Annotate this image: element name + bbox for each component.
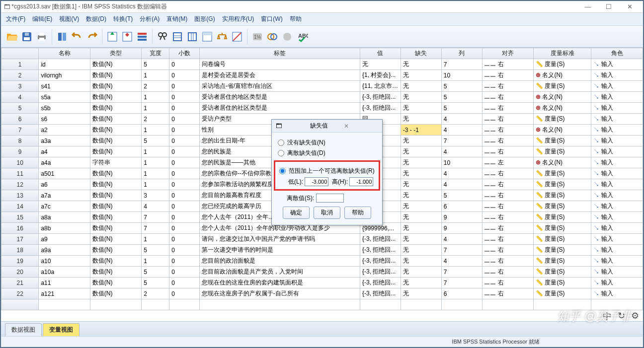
col-header-5[interactable]: 值 (360, 48, 401, 59)
cell-measure[interactable]: ⊛ 名义(N) (534, 103, 591, 114)
cell-name[interactable]: a4 (39, 146, 90, 157)
cell-name[interactable]: a4a (39, 157, 90, 168)
row-number[interactable]: 5 (1, 103, 39, 114)
cell-align[interactable]: 右 (482, 234, 533, 245)
cell-type[interactable]: 数值(N) (90, 278, 141, 288)
cell-measure[interactable]: 📏 度量(S) (534, 223, 591, 234)
cell-measure[interactable]: 📏 度量(S) (534, 190, 591, 201)
cell-type[interactable]: 数值(N) (90, 114, 141, 125)
maximize-button[interactable]: ☐ (598, 2, 619, 12)
cell-width[interactable]: 5 (142, 267, 169, 278)
col-header-2[interactable]: 宽度 (142, 48, 169, 59)
cell-missing[interactable]: 无 (401, 201, 441, 212)
row-number[interactable]: 7 (1, 125, 39, 136)
cell-values[interactable]: {-3, 拒绝回... (360, 245, 401, 256)
menu-item-7[interactable]: 图形(G) (191, 14, 218, 24)
cell-decimals[interactable]: 0 (169, 256, 199, 267)
cell-type[interactable]: 数值(N) (90, 81, 141, 92)
find-icon[interactable] (156, 29, 169, 44)
print-icon[interactable] (35, 29, 49, 44)
cell-missing[interactable]: 无 (401, 256, 441, 267)
cell-measure[interactable]: 📏 度量(S) (534, 81, 591, 92)
cell-decimals[interactable]: 0 (169, 70, 199, 81)
cell-columns[interactable]: 4 (441, 146, 482, 157)
col-header-4[interactable]: 标签 (199, 48, 360, 59)
cell-measure[interactable]: 📏 度量(S) (534, 212, 591, 223)
cell-columns[interactable]: 10 (441, 70, 482, 81)
menu-item-6[interactable]: 直销(M) (163, 14, 190, 24)
menu-item-4[interactable]: 转换(T) (110, 14, 136, 24)
cell-align[interactable]: 右 (482, 256, 533, 267)
cell-measure[interactable]: 📏 度量(S) (534, 234, 591, 245)
cell-missing[interactable]: -3 - -1 (401, 125, 441, 136)
tab-data-view[interactable]: 数据视图 (5, 323, 42, 336)
cell-align[interactable]: 右 (482, 70, 533, 81)
high-input[interactable] (349, 177, 373, 186)
cell-missing[interactable]: 无 (401, 157, 441, 168)
cell-values[interactable]: {1, 村委会}... (360, 70, 401, 81)
cell-type[interactable]: 数值(N) (90, 59, 141, 70)
cell-type[interactable]: 数值(N) (90, 234, 141, 245)
cell-columns[interactable]: 7 (441, 278, 482, 288)
menu-item-9[interactable]: 窗口(W) (258, 14, 285, 24)
cell-width[interactable]: 4 (142, 201, 169, 212)
row-number[interactable]: 13 (1, 190, 39, 201)
cell-columns[interactable]: 9 (441, 212, 482, 223)
row-number[interactable]: 20 (1, 267, 39, 278)
cell-align[interactable]: 右 (482, 168, 533, 179)
cell-measure[interactable]: 📏 度量(S) (534, 136, 591, 146)
cell-label[interactable]: 问卷编号 (199, 59, 360, 70)
cell-missing[interactable]: 无 (401, 114, 441, 125)
row-number[interactable]: 14 (1, 201, 39, 212)
row-number[interactable]: 3 (1, 81, 39, 92)
cell-measure[interactable]: ⊛ 名义(N) (534, 157, 591, 168)
cell-width[interactable]: 2 (142, 288, 169, 299)
row-number[interactable]: 15 (1, 212, 39, 223)
cell-decimals[interactable]: 0 (169, 81, 199, 92)
cell-type[interactable]: 数值(N) (90, 146, 141, 157)
table-row[interactable]: 19a10数值(N)10您目前的政治面貌是{-3, 拒绝回...无4 右📏 度量… (1, 256, 643, 267)
col-header-7[interactable]: 列 (441, 48, 482, 59)
cell-decimals[interactable]: 0 (169, 288, 199, 299)
col-header-6[interactable]: 缺失 (401, 48, 441, 59)
cell-align[interactable]: 右 (482, 278, 533, 288)
cell-type[interactable]: 数值(N) (90, 288, 141, 299)
table-row[interactable]: 20a10a数值(N)50您目前政治面貌是共产党员，入党时间{-3, 拒绝回..… (1, 267, 643, 278)
cell-align[interactable]: 左 (482, 157, 533, 168)
menu-item-2[interactable]: 视图(V) (56, 14, 82, 24)
cell-name[interactable]: a8a (39, 212, 90, 223)
insert-case-icon[interactable] (170, 29, 184, 44)
cell-measure[interactable]: 📏 度量(S) (534, 267, 591, 278)
cell-width[interactable]: 1 (142, 256, 169, 267)
col-header-10[interactable]: 角色 (591, 48, 643, 59)
cell-width[interactable]: 2 (142, 114, 169, 125)
table-row[interactable]: 3s41数值(N)20采访地点-省/直辖市/自治区{11, 北京市}...无5 … (1, 81, 643, 92)
cell-decimals[interactable]: 0 (169, 136, 199, 146)
cell-align[interactable]: 右 (482, 92, 533, 103)
cell-name[interactable]: a121 (39, 288, 90, 299)
cell-columns[interactable]: 7 (441, 136, 482, 146)
cell-columns[interactable]: 4 (441, 234, 482, 245)
table-row[interactable]: 18a9a数值(N)50第一次递交申请书的时间是{-3, 拒绝回...无7 右📏… (1, 245, 643, 256)
cell-decimals[interactable]: 0 (169, 223, 199, 234)
cell-width[interactable]: 1 (142, 125, 169, 136)
cell-columns[interactable]: 5 (441, 190, 482, 201)
cell-columns[interactable]: 9 (441, 223, 482, 234)
cell-decimals[interactable]: 0 (169, 125, 199, 136)
cell-role[interactable]: ↘ 输入 (591, 92, 643, 103)
spellcheck-icon[interactable]: ABC (295, 29, 309, 44)
table-row[interactable]: 17a9数值(N)10请问，您递交过加入中国共产党的申请书吗{-3, 拒绝回..… (1, 234, 643, 245)
cell-decimals[interactable]: 0 (169, 201, 199, 212)
row-number[interactable]: 11 (1, 168, 39, 179)
cell-missing[interactable]: 无 (401, 59, 441, 70)
cell-width[interactable]: 1 (142, 234, 169, 245)
help-button[interactable]: 帮助 (344, 207, 371, 219)
cell-align[interactable]: 右 (482, 136, 533, 146)
cell-label[interactable]: 采访地点-省/直辖市/自治区 (199, 81, 360, 92)
cell-align[interactable]: 右 (482, 267, 533, 278)
variables-icon[interactable] (135, 29, 149, 44)
row-number[interactable]: 9 (1, 146, 39, 157)
menu-item-10[interactable]: 帮助 (287, 14, 305, 24)
open-icon[interactable] (5, 29, 19, 44)
cell-type[interactable]: 数值(N) (90, 223, 141, 234)
